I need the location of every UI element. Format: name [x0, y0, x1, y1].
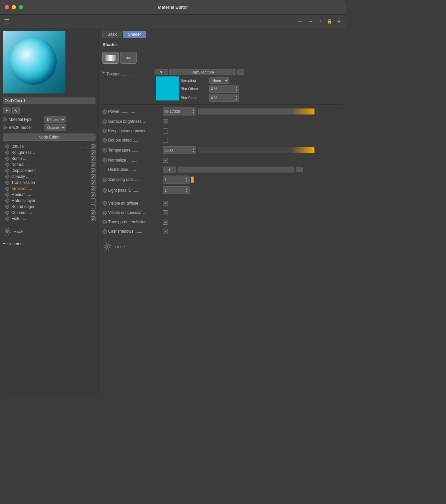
material-dropdown-btn[interactable]: ▼: [3, 107, 11, 113]
blur-scale-input[interactable]: 0 % ▲▼: [209, 94, 239, 102]
sampling-rate-radio: [102, 178, 107, 182]
emission-label: Emission ...: [11, 186, 89, 191]
material-layer-check[interactable]: [91, 198, 95, 203]
divider2: [101, 197, 343, 197]
temperature-colorbar: [198, 147, 314, 153]
light-pass-input[interactable]: 1 ▲▼: [163, 186, 190, 194]
right-panel: Basic Shader Shader IES ▶ Texture ......…: [98, 28, 346, 394]
light-icon: [105, 55, 116, 61]
normalize-radio: [102, 158, 107, 163]
displacement-label: Displacement: [11, 168, 89, 173]
texture-color-preview[interactable]: [156, 76, 179, 100]
ies-shader-btn[interactable]: IES: [121, 52, 137, 64]
visible-diffuse-check[interactable]: [163, 201, 168, 206]
diffuse-check[interactable]: [91, 144, 95, 149]
cast-shadows-check[interactable]: [163, 229, 168, 234]
material-name[interactable]: OctDiffuse1: [3, 97, 95, 104]
close-button[interactable]: [5, 5, 9, 9]
up-button[interactable]: ↑: [317, 18, 323, 25]
normal-check[interactable]: [91, 162, 95, 167]
texture-more-btn[interactable]: ...: [237, 69, 244, 75]
sampling-rate-input[interactable]: 1. ▲▼: [163, 176, 190, 184]
surface-brightness-radio: [102, 119, 107, 124]
add-button[interactable]: +: [336, 18, 342, 25]
normal-radio: [5, 163, 9, 167]
texture-dropdown-btn[interactable]: ▼: [155, 69, 168, 75]
power-input[interactable]: 65.17028 ▲▼: [163, 107, 196, 115]
surface-brightness-check[interactable]: [163, 119, 168, 124]
help-icon-right: ✳: [100, 239, 115, 255]
common-check[interactable]: [91, 210, 95, 215]
opacity-check[interactable]: [91, 174, 95, 179]
material-cursor-btn[interactable]: ↖: [12, 107, 20, 114]
list-item: Emission ...: [0, 186, 98, 192]
list-item: Transmission: [0, 180, 98, 186]
hamburger-menu[interactable]: ☰: [4, 18, 9, 25]
round-edges-check[interactable]: [91, 204, 95, 209]
distribution-label: Distribution ......: [108, 167, 162, 172]
texture-top-row: ▼ RgbSpectrum ...: [155, 69, 244, 75]
roughness-label: Roughness ..: [11, 150, 89, 155]
material-type-row: Material type Diffuse: [0, 115, 98, 123]
forward-button[interactable]: →: [307, 18, 315, 25]
temperature-radio: [102, 148, 107, 153]
bump-check[interactable]: [91, 156, 95, 161]
blur-scale-arrows[interactable]: ▲▼: [235, 95, 238, 101]
list-item: Round edges: [0, 204, 98, 210]
transparent-emission-check[interactable]: [163, 220, 168, 225]
temperature-row: Temperature ....... 6500. ▲▼: [101, 145, 343, 156]
divider: [101, 104, 343, 105]
texture-row: ▶ Texture .......... ▼ RgbSpectrum ...: [101, 68, 343, 103]
diffuse-radio: [5, 145, 9, 149]
displacement-check[interactable]: [91, 168, 95, 173]
sampling-rate-arrows[interactable]: ▲▼: [185, 177, 188, 183]
normalize-label: Normalize .........: [108, 158, 162, 163]
material-type-select[interactable]: Diffuse: [44, 116, 66, 123]
sampling-select[interactable]: None: [209, 77, 229, 84]
help-section-left: ✳ HELP: [0, 222, 98, 240]
bump-radio: [5, 157, 9, 161]
temperature-input[interactable]: 6500. ▲▼: [163, 146, 196, 154]
texture-expand-arrow[interactable]: ▶: [102, 70, 105, 74]
editor-check[interactable]: [91, 216, 95, 221]
distribution-dropdown[interactable]: ▼: [163, 167, 176, 173]
visible-specular-check[interactable]: [163, 210, 168, 215]
list-item: Bump ......: [0, 156, 98, 162]
opacity-label: Opacity ....: [11, 174, 89, 179]
double-sided-check[interactable]: [163, 138, 168, 143]
emission-check[interactable]: [91, 186, 95, 191]
tab-shader[interactable]: Shader: [123, 31, 146, 38]
shader-icons: IES: [98, 50, 346, 65]
lock-button[interactable]: 🔒: [325, 18, 333, 24]
temperature-arrows[interactable]: ▲▼: [192, 147, 195, 153]
transmission-radio: [5, 181, 9, 185]
keep-instance-check[interactable]: [163, 129, 168, 134]
sampling-rate-label: Sampling rate ......: [108, 177, 162, 182]
tab-basic[interactable]: Basic: [102, 31, 122, 38]
roughness-check[interactable]: [91, 150, 95, 155]
temperature-label: Temperature .......: [108, 148, 162, 153]
sampling-row: Sampling None: [181, 77, 239, 84]
blur-offset-input[interactable]: 0 % ▲▼: [209, 85, 239, 93]
blur-offset-row: Blur Offset 0 % ▲▼: [181, 85, 239, 93]
light-shader-btn[interactable]: [102, 52, 119, 64]
double-sided-row: Double sided ......: [101, 136, 343, 145]
distribution-more-btn[interactable]: ...: [296, 167, 303, 172]
material-type-label: Material type: [9, 117, 42, 122]
brdf-select[interactable]: Octane: [44, 124, 66, 131]
minimize-button[interactable]: [12, 5, 16, 9]
light-pass-arrows[interactable]: ▲▼: [185, 187, 188, 193]
blur-scale-label: Blur Scale: [181, 96, 207, 100]
transmission-check[interactable]: [91, 180, 95, 185]
left-panel: OctDiffuse1 ▼ ↖ Material type Diffuse BR…: [0, 28, 98, 394]
node-editor-button[interactable]: Node Editor: [3, 134, 95, 141]
editor-label: Editor ......: [11, 216, 89, 221]
back-button[interactable]: ←: [296, 18, 304, 25]
maximize-button[interactable]: [19, 5, 23, 9]
blur-offset-arrows[interactable]: ▲▼: [235, 86, 238, 92]
normalize-check[interactable]: [163, 158, 168, 163]
medium-check[interactable]: [91, 192, 95, 197]
power-arrows[interactable]: ▲▼: [192, 108, 195, 114]
displacement-radio: [5, 169, 9, 173]
blur-offset-label: Blur Offset: [181, 87, 207, 91]
